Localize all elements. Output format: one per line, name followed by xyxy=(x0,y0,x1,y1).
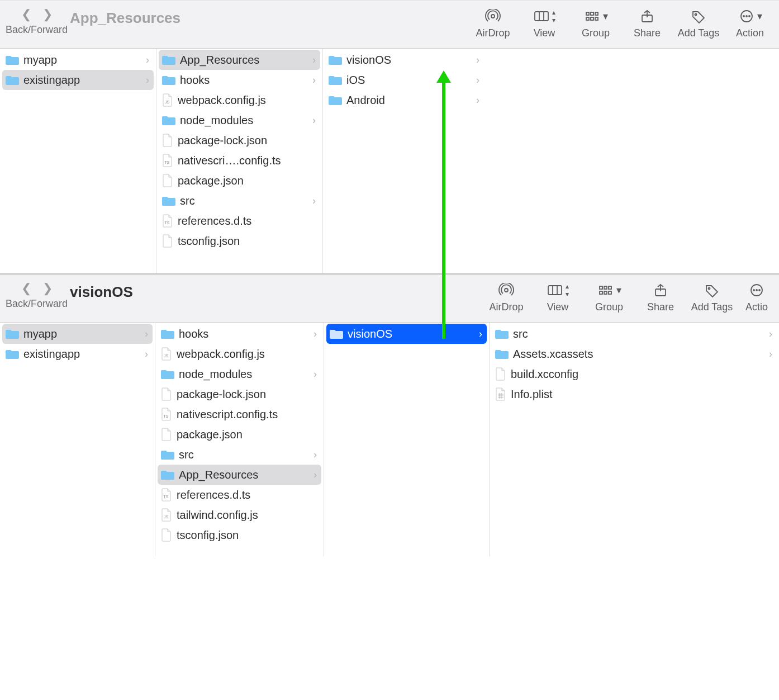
item-myapp[interactable]: myapp› xyxy=(2,50,154,70)
column-0: myapp›existingapp› xyxy=(0,49,156,273)
column-2: visionOS› xyxy=(324,323,490,556)
item-node-modules[interactable]: node_modules› xyxy=(159,110,320,130)
svg-rect-26 xyxy=(600,291,602,294)
item-app-resources[interactable]: App_Resources› xyxy=(158,465,321,485)
item-label: nativescri….config.ts xyxy=(178,154,316,167)
item-tailwind-config-js[interactable]: JStailwind.config.js xyxy=(158,505,321,525)
item-package-lock-json[interactable]: package-lock.json xyxy=(158,384,321,404)
chevron-right-icon: › xyxy=(479,328,482,340)
columns-icon xyxy=(547,283,563,297)
item-webpack-config-js[interactable]: JSwebpack.config.js xyxy=(158,344,321,364)
item-build-xcconfig[interactable]: build.xcconfig xyxy=(492,364,777,384)
finder-window-top: ❮ ❯ Back/Forward App_Resources AirDrop ▴… xyxy=(0,0,779,273)
item-label: tailwind.config.js xyxy=(177,509,317,522)
action-button[interactable]: ▾ Action xyxy=(726,4,773,39)
item-tsconfig-json[interactable]: tsconfig.json xyxy=(158,525,321,545)
grid-icon xyxy=(597,283,614,297)
airdrop-button[interactable]: AirDrop xyxy=(483,278,530,313)
item-label: node_modules xyxy=(179,368,310,381)
chevron-right-icon: › xyxy=(312,54,316,66)
svg-point-14 xyxy=(746,16,747,17)
share-button[interactable]: Share xyxy=(637,278,684,313)
item-package-json[interactable]: package.json xyxy=(159,171,320,191)
svg-rect-27 xyxy=(604,291,607,294)
finder-window-bottom: ❮ ❯ Back/Forward visionOS AirDrop ▴▾ Vie… xyxy=(0,273,779,556)
item-label: tsconfig.json xyxy=(178,235,316,248)
item-src[interactable]: src› xyxy=(159,191,320,211)
tag-icon xyxy=(704,283,720,297)
chevron-right-icon: › xyxy=(312,195,316,207)
group-button[interactable]: ▾ Group xyxy=(572,4,619,39)
item-label: visionOS xyxy=(348,328,476,340)
item-label: package-lock.json xyxy=(177,388,317,401)
svg-point-13 xyxy=(743,16,744,17)
share-button[interactable]: Share xyxy=(624,4,671,39)
group-button[interactable]: ▾ Group xyxy=(586,278,633,313)
item-nativescri-config-ts[interactable]: TSnativescri….config.ts xyxy=(159,150,320,171)
updown-icon: ▴▾ xyxy=(566,282,569,298)
back-forward-label: Back/Forward xyxy=(6,24,68,36)
view-button[interactable]: ▴▾ View xyxy=(521,4,568,39)
chevron-right-icon: › xyxy=(476,54,479,66)
forward-button[interactable]: ❯ xyxy=(42,7,53,22)
chevron-right-icon: › xyxy=(314,449,317,461)
item-node-modules[interactable]: node_modules› xyxy=(158,364,321,384)
item-existingapp[interactable]: existingapp› xyxy=(2,344,153,364)
action-icon xyxy=(748,283,765,297)
item-nativescript-config-ts[interactable]: TSnativescript.config.ts xyxy=(158,404,321,424)
item-visionos[interactable]: visionOS› xyxy=(326,324,487,344)
svg-point-30 xyxy=(709,288,710,290)
item-package-json[interactable]: package.json xyxy=(158,424,321,444)
item-references-d-ts[interactable]: TSreferences.d.ts xyxy=(158,485,321,505)
item-label: App_Resources xyxy=(180,54,309,67)
column-browser: myapp›existingapp›hooks›JSwebpack.config… xyxy=(0,323,779,556)
window-title: visionOS xyxy=(70,283,133,301)
item-references-d-ts[interactable]: TSreferences.d.ts xyxy=(159,211,320,231)
addtags-button[interactable]: Add Tags xyxy=(688,278,735,313)
item-tsconfig-json[interactable]: tsconfig.json xyxy=(159,231,320,251)
item-existingapp[interactable]: existingapp› xyxy=(2,70,154,90)
item-label: myapp xyxy=(23,328,141,340)
airdrop-button[interactable]: AirDrop xyxy=(469,4,516,39)
chevron-right-icon: › xyxy=(476,74,479,86)
svg-point-34 xyxy=(759,290,760,291)
item-package-lock-json[interactable]: package-lock.json xyxy=(159,130,320,150)
chevron-right-icon: › xyxy=(312,74,316,86)
item-visionos[interactable]: visionOS› xyxy=(325,50,484,70)
item-info-plist[interactable]: Info.plist xyxy=(492,384,777,404)
item-label: existingapp xyxy=(23,348,141,361)
item-label: App_Resources xyxy=(179,469,310,481)
back-button[interactable]: ❮ xyxy=(21,281,31,296)
action-button[interactable]: Actio xyxy=(740,278,773,313)
item-label: webpack.config.js xyxy=(178,94,316,107)
updown-icon: ▴▾ xyxy=(552,8,555,24)
svg-point-11 xyxy=(695,14,697,16)
column-browser: myapp›existingapp›App_Resources›hooks›JS… xyxy=(0,49,779,273)
svg-rect-6 xyxy=(595,12,598,15)
item-src[interactable]: src› xyxy=(158,444,321,465)
item-assets-xcassets[interactable]: Assets.xcassets› xyxy=(492,344,777,364)
chevron-right-icon: › xyxy=(146,54,149,66)
item-app-resources[interactable]: App_Resources› xyxy=(159,50,320,70)
back-button[interactable]: ❮ xyxy=(21,7,31,22)
item-label: node_modules xyxy=(180,114,309,127)
item-hooks[interactable]: hooks› xyxy=(159,70,320,90)
item-src[interactable]: src› xyxy=(492,324,777,344)
item-android[interactable]: Android› xyxy=(325,90,484,110)
chevron-right-icon: › xyxy=(769,348,772,360)
view-button[interactable]: ▴▾ View xyxy=(534,278,581,313)
item-ios[interactable]: iOS› xyxy=(325,70,484,90)
svg-text:TS: TS xyxy=(164,414,169,418)
svg-rect-24 xyxy=(604,286,607,289)
forward-button[interactable]: ❯ xyxy=(42,281,53,296)
svg-text:TS: TS xyxy=(165,160,170,164)
item-hooks[interactable]: hooks› xyxy=(158,324,321,344)
column-2: visionOS›iOS›Android› xyxy=(323,49,486,273)
svg-text:JS: JS xyxy=(165,100,170,104)
item-label: references.d.ts xyxy=(178,215,316,228)
chevron-down-icon: ▾ xyxy=(603,10,608,22)
item-myapp[interactable]: myapp› xyxy=(2,324,153,344)
item-webpack-config-js[interactable]: JSwebpack.config.js xyxy=(159,90,320,110)
chevron-right-icon: › xyxy=(769,328,772,340)
addtags-button[interactable]: Add Tags xyxy=(675,4,722,39)
